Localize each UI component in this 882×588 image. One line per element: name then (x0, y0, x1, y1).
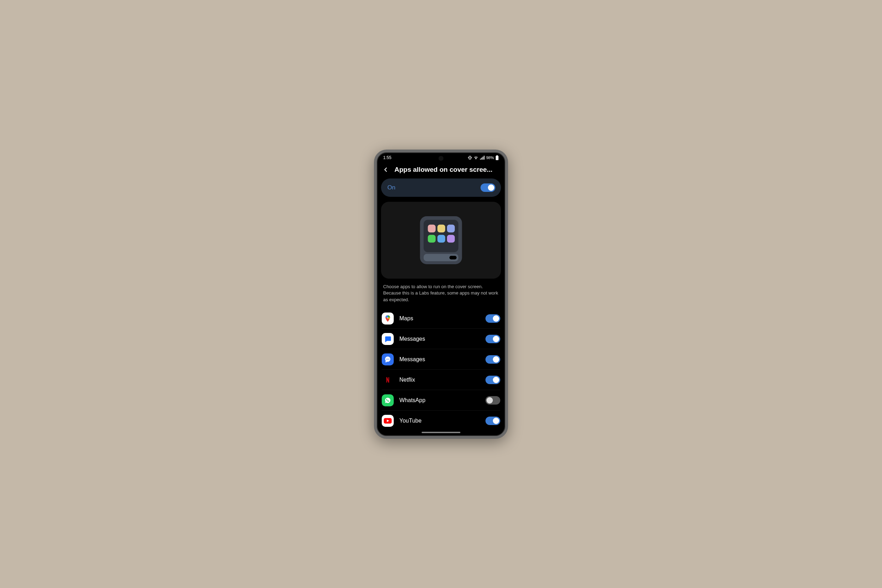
app-name-label: YouTube (399, 418, 480, 424)
svg-rect-9 (428, 235, 436, 242)
battery-percent: 98% (486, 156, 494, 160)
wifi-icon (474, 156, 478, 160)
phone-frame: 1:55 98% Apps allowed on cover scree... … (374, 150, 508, 439)
svg-rect-7 (438, 224, 445, 232)
whatsapp-icon (382, 394, 394, 406)
app-row-whatsapp[interactable]: WhatsApp (382, 390, 500, 411)
svg-rect-8 (447, 224, 455, 232)
illustration-card (381, 202, 501, 279)
svg-point-16 (388, 359, 389, 359)
page-header: Apps allowed on cover scree... (377, 163, 505, 178)
app-toggle-switch[interactable] (486, 417, 500, 425)
svg-rect-1 (496, 155, 498, 156)
svg-rect-17 (386, 377, 387, 382)
cover-screen-illustration-icon (411, 210, 471, 270)
master-toggle-switch[interactable] (480, 183, 495, 192)
svg-rect-5 (450, 256, 456, 259)
app-row-netflix[interactable]: Netflix (382, 370, 500, 390)
app-toggle-switch[interactable] (486, 335, 500, 343)
app-row-youtube[interactable]: YouTube (382, 411, 500, 431)
battery-icon (495, 155, 499, 160)
svg-rect-10 (438, 235, 445, 242)
maps-icon (382, 312, 394, 324)
status-time: 1:55 (383, 155, 391, 160)
back-button[interactable] (382, 166, 390, 174)
app-row-maps[interactable]: Maps (382, 308, 500, 329)
netflix-icon (382, 374, 394, 386)
page-title: Apps allowed on cover scree... (394, 166, 500, 174)
app-list: Maps Messages Messages Netflix (377, 308, 505, 431)
signal-icon (480, 156, 485, 160)
app-toggle-switch[interactable] (486, 396, 500, 405)
vibrate-icon (468, 156, 472, 160)
app-toggle-switch[interactable] (486, 355, 500, 364)
messages-alt-icon (382, 353, 394, 365)
app-row-messages-2[interactable]: Messages (382, 349, 500, 370)
youtube-icon (382, 415, 394, 427)
master-toggle-label: On (387, 184, 396, 191)
svg-rect-0 (496, 156, 498, 160)
status-icons: 98% (468, 155, 499, 160)
app-name-label: Messages (399, 336, 480, 342)
app-toggle-switch[interactable] (486, 376, 500, 384)
app-name-label: Netflix (399, 377, 480, 383)
app-name-label: WhatsApp (399, 397, 480, 404)
svg-point-14 (386, 359, 387, 359)
camera-notch (438, 156, 444, 161)
master-toggle-row[interactable]: On (381, 178, 501, 197)
svg-rect-18 (388, 377, 390, 382)
svg-point-15 (387, 359, 388, 359)
chevron-left-icon (382, 166, 389, 173)
app-name-label: Maps (399, 315, 480, 322)
svg-rect-6 (428, 224, 436, 232)
messages-icon (382, 333, 394, 345)
app-toggle-switch[interactable] (486, 314, 500, 323)
gesture-bar[interactable] (422, 432, 460, 433)
description-text: Choose apps to allow to run on the cover… (377, 284, 505, 309)
app-name-label: Messages (399, 356, 480, 363)
svg-rect-11 (447, 235, 455, 242)
app-row-messages[interactable]: Messages (382, 329, 500, 349)
